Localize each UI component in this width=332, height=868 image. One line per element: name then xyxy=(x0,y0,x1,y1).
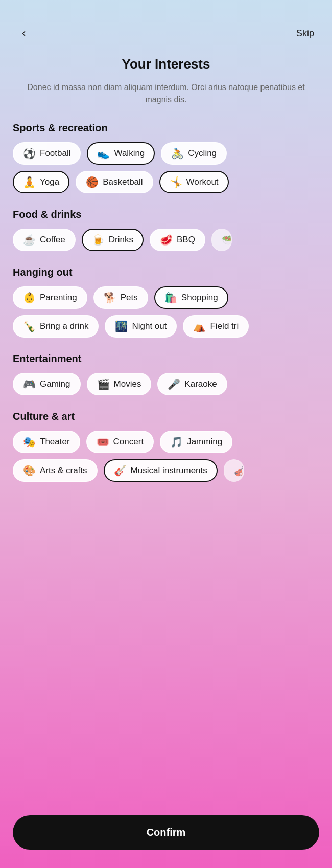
chip-label-night-out: Night out xyxy=(132,321,167,331)
chip-bring-a-drink[interactable]: 🍾Bring a drink xyxy=(13,315,99,338)
chips-row-culture-1: 🎨Arts & crafts🎸Musical instruments🎻 xyxy=(13,459,319,482)
chip-night-out[interactable]: 🌃Night out xyxy=(105,315,177,338)
chip-emoji-cycling: 🚴 xyxy=(171,148,184,159)
chips-row-sports-0: ⚽Football👟Walking🚴Cycling xyxy=(13,142,319,165)
chip-label-drinks: Drinks xyxy=(109,235,133,245)
chip-walking[interactable]: 👟Walking xyxy=(87,142,155,165)
chip-label-gaming: Gaming xyxy=(40,379,70,389)
chip-emoji-jamming: 🎵 xyxy=(170,437,183,447)
chip-concert[interactable]: 🎟️Concert xyxy=(86,431,154,453)
chip-emoji-bring-a-drink: 🍾 xyxy=(23,321,36,331)
chips-row-culture-0: 🎭Theater🎟️Concert🎵Jamming xyxy=(13,431,319,453)
header: ‹ Skip xyxy=(13,0,319,51)
section-entertainment: Entertainment🎮Gaming🎬Movies🎤Karaoke xyxy=(13,353,319,395)
subtitle: Donec id massa non diam aliquam interdum… xyxy=(13,81,319,106)
section-hangingout: Hanging out👶Parenting🐕Pets🛍️Shopping🍾Bri… xyxy=(13,266,319,338)
chip-label-yoga: Yoga xyxy=(40,177,59,187)
section-culture: Culture & art🎭Theater🎟️Concert🎵Jamming🎨A… xyxy=(13,411,319,482)
section-sports: Sports & recreation⚽Football👟Walking🚴Cyc… xyxy=(13,122,319,193)
chip-emoji-movies: 🎬 xyxy=(97,379,110,389)
chip-pets[interactable]: 🐕Pets xyxy=(93,286,148,309)
chip-emoji-basketball: 🏀 xyxy=(86,177,99,187)
chip-gaming[interactable]: 🎮Gaming xyxy=(13,373,81,395)
sections-container: Sports & recreation⚽Football👟Walking🚴Cyc… xyxy=(13,122,319,482)
chip-emoji-bbq: 🥩 xyxy=(160,235,173,245)
section-title-entertainment: Entertainment xyxy=(13,353,319,365)
back-button[interactable]: ‹ xyxy=(18,26,30,41)
page-title: Your Interests xyxy=(13,56,319,72)
chip-label-concert: Concert xyxy=(113,437,144,447)
chip-emoji-workout: 🤸 xyxy=(170,177,182,187)
chip-drinks[interactable]: 🍺Drinks xyxy=(82,229,144,251)
chip-label-bring-a-drink: Bring a drink xyxy=(40,321,88,331)
chip-label-workout: Workout xyxy=(186,177,219,187)
chip-emoji-theater: 🎭 xyxy=(23,437,36,447)
chip-label-parenting: Parenting xyxy=(40,293,77,303)
chips-row-sports-1: 🧘Yoga🏀Basketball🤸Workout xyxy=(13,171,319,193)
chip-movies[interactable]: 🎬Movies xyxy=(87,373,152,395)
chip-label-karaoke: Karaoke xyxy=(184,379,217,389)
chip-emoji-field-tri: ⛺ xyxy=(193,321,206,331)
chips-row-hangingout-1: 🍾Bring a drink🌃Night out⛺Field tri xyxy=(13,315,319,338)
chip-bbq[interactable]: 🥩BBQ xyxy=(150,229,205,251)
chip-emoji-night-out: 🌃 xyxy=(115,321,128,331)
chip-shopping[interactable]: 🛍️Shopping xyxy=(154,286,228,309)
chip-more-food[interactable]: 🥗 xyxy=(211,229,232,251)
chip-emoji-karaoke: 🎤 xyxy=(168,379,180,389)
chip-more-culture[interactable]: 🎻 xyxy=(224,459,244,482)
chip-label-theater: Theater xyxy=(40,437,70,447)
chip-label-basketball: Basketball xyxy=(103,177,143,187)
chip-musical-instruments[interactable]: 🎸Musical instruments xyxy=(104,459,218,482)
section-title-culture: Culture & art xyxy=(13,411,319,422)
chip-label-cycling: Cycling xyxy=(188,148,217,159)
chip-football[interactable]: ⚽Football xyxy=(13,142,81,165)
chip-label-arts-crafts: Arts & crafts xyxy=(40,465,87,476)
chip-emoji-parenting: 👶 xyxy=(23,293,36,303)
chip-emoji-football: ⚽ xyxy=(23,148,36,159)
section-food: Food & drinks☕Coffee🍺Drinks🥩BBQ🥗 xyxy=(13,209,319,251)
chip-theater[interactable]: 🎭Theater xyxy=(13,431,80,453)
chip-emoji-gaming: 🎮 xyxy=(23,379,36,389)
chips-row-food-0: ☕Coffee🍺Drinks🥩BBQ🥗 xyxy=(13,229,319,251)
chip-label-walking: Walking xyxy=(114,148,145,159)
chips-row-entertainment-0: 🎮Gaming🎬Movies🎤Karaoke xyxy=(13,373,319,395)
chip-workout[interactable]: 🤸Workout xyxy=(159,171,229,193)
chip-emoji-musical-instruments: 🎸 xyxy=(114,465,127,476)
chip-label-pets: Pets xyxy=(121,293,138,303)
chip-emoji-drinks: 🍺 xyxy=(92,235,105,245)
chip-emoji-shopping: 🛍️ xyxy=(164,293,177,303)
chip-label-football: Football xyxy=(40,148,70,159)
section-title-food: Food & drinks xyxy=(13,209,319,220)
chip-cycling[interactable]: 🚴Cycling xyxy=(161,142,227,165)
chip-emoji-arts-crafts: 🎨 xyxy=(23,465,36,476)
chip-label-bbq: BBQ xyxy=(177,235,195,245)
chip-basketball[interactable]: 🏀Basketball xyxy=(76,171,153,193)
chip-coffee[interactable]: ☕Coffee xyxy=(13,229,76,251)
confirm-bar: Confirm xyxy=(0,805,332,868)
chips-row-hangingout-0: 👶Parenting🐕Pets🛍️Shopping xyxy=(13,286,319,309)
chip-label-shopping: Shopping xyxy=(181,293,218,303)
chip-emoji-walking: 👟 xyxy=(97,148,110,159)
section-title-sports: Sports & recreation xyxy=(13,122,319,134)
chip-label-jamming: Jamming xyxy=(187,437,222,447)
chip-arts-crafts[interactable]: 🎨Arts & crafts xyxy=(13,459,98,482)
section-title-hangingout: Hanging out xyxy=(13,266,319,278)
chip-label-movies: Movies xyxy=(114,379,141,389)
chip-parenting[interactable]: 👶Parenting xyxy=(13,286,87,309)
chip-field-tri[interactable]: ⛺Field tri xyxy=(183,315,249,338)
chip-label-coffee: Coffee xyxy=(40,235,65,245)
chip-jamming[interactable]: 🎵Jamming xyxy=(160,431,232,453)
chip-karaoke[interactable]: 🎤Karaoke xyxy=(157,373,227,395)
chip-emoji-pets: 🐕 xyxy=(104,293,116,303)
chip-emoji-yoga: 🧘 xyxy=(23,177,36,187)
chip-yoga[interactable]: 🧘Yoga xyxy=(13,171,69,193)
chip-emoji-concert: 🎟️ xyxy=(97,437,109,447)
chip-emoji-coffee: ☕ xyxy=(23,235,36,245)
chip-label-musical-instruments: Musical instruments xyxy=(131,465,207,476)
chip-label-field-tri: Field tri xyxy=(210,321,239,331)
skip-button[interactable]: Skip xyxy=(296,28,314,39)
confirm-button[interactable]: Confirm xyxy=(13,815,319,850)
